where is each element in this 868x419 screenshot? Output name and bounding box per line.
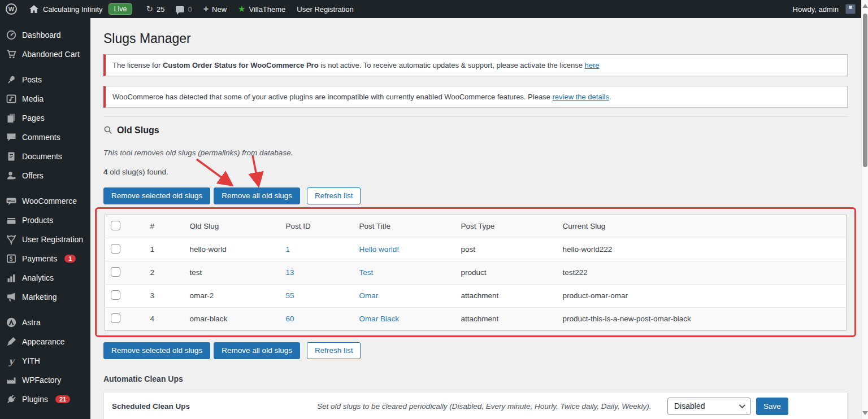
tool-description: This tool removes old slugs (permalinks)… (103, 149, 848, 157)
yith-icon: y (6, 355, 17, 366)
notice-text: The license for (112, 61, 163, 69)
sidebar-item-media[interactable]: Media (0, 89, 90, 108)
row-checkbox[interactable] (111, 244, 120, 254)
refresh-list-button[interactable]: Refresh list (307, 187, 361, 204)
user-registration-label: User Registration (297, 5, 353, 14)
col-header-post-id: Post ID (280, 215, 354, 238)
sidebar-item-woocommerce[interactable]: Woo WooCommerce (0, 191, 90, 211)
post-title-link[interactable]: Omar Black (359, 315, 400, 323)
sidebar-item-label: Comments (22, 133, 60, 142)
post-id-link[interactable]: 60 (286, 315, 294, 323)
sidebar-item-label: Pages (22, 114, 45, 123)
updates-menu[interactable]: ↻ 25 (140, 0, 170, 18)
brush-icon (6, 336, 17, 347)
scheduled-cleanups-select[interactable]: Disabled (667, 398, 751, 415)
comments-menu[interactable]: 0 (170, 0, 197, 18)
wordpress-logo-icon: W (6, 3, 17, 15)
person-tag-icon (6, 170, 17, 181)
sidebar-item-comments[interactable]: Comments (0, 128, 90, 147)
sidebar-item-label: Plugins (22, 395, 48, 404)
col-header-old-slug: Old Slug (184, 215, 280, 238)
sidebar-item-astra[interactable]: Astra (0, 313, 90, 332)
admin-sidebar: Dashboard Abandoned Cart Posts Media Pag… (0, 18, 90, 419)
sidebar-item-label: Abandoned Cart (22, 50, 80, 59)
sidebar-item-posts[interactable]: Posts (0, 70, 90, 89)
post-id-link[interactable]: 13 (286, 268, 294, 277)
my-account-menu[interactable]: Howdy, admin (787, 0, 861, 18)
sidebar-item-label: Products (22, 216, 53, 225)
remove-all-button[interactable]: Remove all old slugs (214, 187, 300, 204)
main-content: Slugs Manager The license for Custom Ord… (90, 18, 861, 419)
select-value: Disabled (674, 401, 705, 411)
old-slugs-title: Old Slugs (117, 125, 159, 136)
table-row: 2 test 13 Test product test222 (105, 261, 847, 284)
comment-icon (6, 132, 17, 143)
top-button-row: Remove selected old slugs Remove all old… (103, 187, 848, 204)
villatheme-label: VillaTheme (249, 5, 286, 14)
sidebar-item-yith[interactable]: y YITH (0, 351, 90, 370)
activate-license-link[interactable]: here (585, 61, 600, 69)
post-title-link[interactable]: Hello world! (359, 245, 400, 254)
woocommerce-icon: Woo (6, 195, 17, 207)
updates-count: 25 (157, 5, 164, 14)
new-content-menu[interactable]: + New (198, 0, 232, 18)
villatheme-menu[interactable]: ★ VillaTheme (232, 0, 291, 18)
sidebar-item-pages[interactable]: Pages (0, 108, 90, 128)
select-all-checkbox[interactable] (111, 221, 120, 230)
sidebar-item-abandoned-cart[interactable]: Abandoned Cart (0, 45, 90, 64)
setting-label: Scheduled Clean Ups (112, 402, 317, 411)
post-type-cell: product (455, 261, 557, 284)
current-slug-cell: test222 (557, 261, 847, 284)
post-type-cell: attachment (455, 284, 557, 307)
post-id-link[interactable]: 1 (286, 245, 290, 254)
payments-badge: 1 (64, 255, 76, 263)
sidebar-item-documents[interactable]: Documents (0, 147, 90, 166)
post-title-link[interactable]: Test (359, 268, 374, 277)
old-slug-cell: omar-black (184, 307, 280, 330)
home-icon (28, 3, 40, 15)
sidebar-item-label: WPFactory (22, 376, 61, 385)
pushpin-icon (6, 74, 17, 85)
remove-all-button-bottom[interactable]: Remove all old slugs (214, 342, 300, 359)
old-slug-cell: omar-2 (184, 284, 280, 307)
remove-selected-button-bottom[interactable]: Remove selected old slugs (103, 342, 210, 359)
review-details-link[interactable]: review the details (552, 93, 609, 101)
post-id-link[interactable]: 55 (286, 291, 294, 300)
avatar (845, 4, 856, 14)
row-checkbox[interactable] (111, 290, 120, 300)
save-button[interactable]: Save (756, 398, 788, 415)
sidebar-item-payments[interactable]: $ Payments 1 (0, 249, 90, 268)
scheduled-cleanups-row: Scheduled Clean Ups Set old slugs to be … (104, 392, 847, 419)
row-checkbox[interactable] (111, 313, 120, 323)
sidebar-item-appearance[interactable]: Appearance (0, 332, 90, 351)
sidebar-item-marketing[interactable]: Marketing (0, 287, 90, 307)
post-title-link[interactable]: Omar (359, 291, 379, 300)
scroll-up-arrow[interactable] (862, 4, 868, 8)
sidebar-item-products[interactable]: Products (0, 211, 90, 230)
sidebar-item-dashboard[interactable]: Dashboard (0, 25, 90, 45)
sidebar-item-plugins[interactable]: Plugins 21 (0, 390, 90, 409)
sidebar-item-wpfactory[interactable]: WPFactory (0, 370, 90, 390)
notice-text: WooCommerce has detected that some of yo… (112, 93, 552, 101)
sidebar-item-analytics[interactable]: Analytics (0, 268, 90, 287)
page-title: Slugs Manager (103, 18, 848, 47)
remove-selected-button[interactable]: Remove selected old slugs (103, 187, 210, 204)
sidebar-item-label: User Registration (22, 235, 83, 244)
row-num: 3 (145, 284, 184, 307)
scroll-down-arrow[interactable] (862, 411, 868, 415)
vertical-scrollbar[interactable] (861, 0, 868, 419)
site-name: Calculating Infinity (43, 5, 103, 14)
search-icon (103, 125, 113, 135)
box-icon (6, 215, 17, 226)
row-checkbox[interactable] (111, 267, 120, 277)
table-row: 4 omar-black 60 Omar Black attachment pr… (105, 307, 847, 330)
setting-controls: Disabled Save (667, 398, 788, 415)
new-label: New (212, 5, 227, 14)
scrollbar-thumb[interactable] (863, 14, 867, 167)
sidebar-item-user-registration[interactable]: User Registration (0, 230, 90, 249)
sidebar-item-offers[interactable]: Offers (0, 166, 90, 185)
refresh-list-button-bottom[interactable]: Refresh list (307, 342, 361, 359)
wordpress-logo[interactable]: W (0, 0, 23, 18)
site-name-menu[interactable]: Calculating Infinity Live (23, 0, 140, 18)
user-registration-menu[interactable]: User Registration (291, 0, 359, 18)
